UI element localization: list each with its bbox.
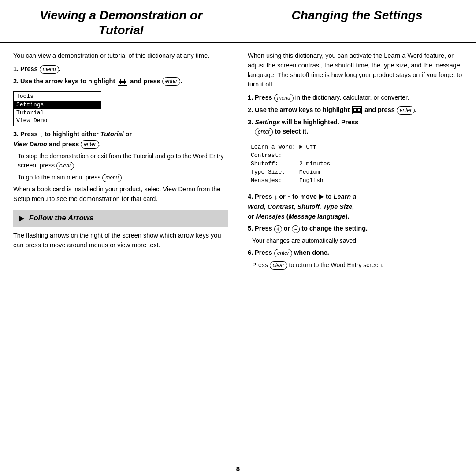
enter-key-r2: enter bbox=[397, 106, 415, 115]
menu-key-1: menu bbox=[40, 65, 59, 74]
clear-key-1: clear bbox=[56, 162, 74, 170]
rstep-5: 5. Press + or − to change the setting. bbox=[248, 224, 466, 234]
left-header: Viewing a Demonstration or Tutorial bbox=[0, 0, 238, 42]
left-title: Viewing a Demonstration or Tutorial bbox=[13, 8, 229, 37]
right-column: When using this dictionary, you can acti… bbox=[238, 43, 476, 462]
content-area: You can view a demonstration or tutorial… bbox=[0, 43, 476, 462]
rstep5-sub: Your changes are automatically saved. bbox=[252, 236, 466, 245]
right-header: Changing the Settings bbox=[238, 0, 476, 42]
page: Viewing a Demonstration or Tutorial Chan… bbox=[0, 0, 476, 476]
minus-btn: − bbox=[292, 225, 300, 233]
rstep-4: 4. Press ↓ or ↑ to move ▶ to Learn aWord… bbox=[248, 192, 466, 221]
right-intro: When using this dictionary, you can acti… bbox=[248, 51, 466, 89]
enter-key-2: enter bbox=[81, 140, 99, 149]
clear-key-r6: clear bbox=[270, 261, 287, 270]
grid-icon-2 bbox=[352, 106, 362, 114]
menu-item-tools: Tools bbox=[14, 93, 101, 100]
plus-btn: + bbox=[274, 225, 282, 233]
enter-key-1: enter bbox=[162, 77, 180, 86]
right-arrow-icon: ► bbox=[18, 213, 26, 223]
follow-arrows-body: The flashing arrows on the right of the … bbox=[13, 231, 228, 250]
rstep-6: 6. Press enter when done. bbox=[248, 248, 466, 258]
book-card-text: When a book card is installed in your pr… bbox=[13, 185, 228, 204]
indent-text-2: To go to the main menu, press menu. bbox=[18, 173, 228, 182]
down-arrow-icon-r: ↓ bbox=[274, 193, 278, 201]
follow-arrows-box: ► Follow the Arrows bbox=[13, 210, 228, 227]
menu-key-2: menu bbox=[102, 174, 122, 182]
step-2: 2. Use the arrow keys to highlight and p… bbox=[13, 77, 228, 86]
enter-key-r6: enter bbox=[274, 249, 292, 257]
rstep-3: 3. Settings will be highlighted. Press e… bbox=[248, 118, 466, 137]
step-1: 1. Press menu. bbox=[13, 64, 228, 74]
rstep-1: 1. Press menu in the dictionary, calcula… bbox=[248, 93, 466, 103]
indent-text-1: To stop the demonstration or exit from t… bbox=[18, 152, 228, 170]
menu-box: Tools Settings Tutorial View Demo bbox=[13, 89, 228, 130]
step-3: 3. Press ↓ to highlight either Tutorial … bbox=[13, 130, 228, 149]
headers: Viewing a Demonstration or Tutorial Chan… bbox=[0, 0, 476, 43]
down-arrow-icon: ↓ bbox=[40, 130, 43, 138]
rstep6-sub: Press clear to return to the Word Entry … bbox=[252, 260, 466, 270]
left-column: You can view a demonstration or tutorial… bbox=[0, 43, 238, 462]
menu-item-viewdemo: View Demo bbox=[14, 117, 101, 125]
rstep-2: 2. Use the arrow keys to highlight and p… bbox=[248, 105, 466, 115]
settings-row-typesize: Type Size:Medium bbox=[248, 168, 362, 177]
left-intro: You can view a demonstration or tutorial… bbox=[13, 51, 228, 61]
menu-key-r1: menu bbox=[274, 94, 294, 102]
grid-icon-1 bbox=[118, 78, 127, 86]
up-arrow-icon-r: ↑ bbox=[287, 193, 291, 201]
settings-row-contrast: Contrast: bbox=[248, 152, 362, 160]
right-title: Changing the Settings bbox=[247, 8, 467, 23]
follow-arrows-label: Follow the Arrows bbox=[29, 214, 94, 223]
settings-row-mensajes: Mensajes:English bbox=[248, 177, 362, 185]
settings-box: Learn a Word:► Off Contrast: Shutoff:2 m… bbox=[248, 139, 466, 190]
settings-row-shutoff: Shutoff:2 minutes bbox=[248, 160, 362, 168]
menu-item-tutorial: Tutorial bbox=[14, 109, 101, 117]
settings-row-learn: Learn a Word:► Off bbox=[248, 143, 362, 152]
enter-key-r3: enter bbox=[255, 128, 273, 136]
page-number: 8 bbox=[0, 462, 476, 476]
menu-item-settings: Settings bbox=[14, 101, 101, 109]
